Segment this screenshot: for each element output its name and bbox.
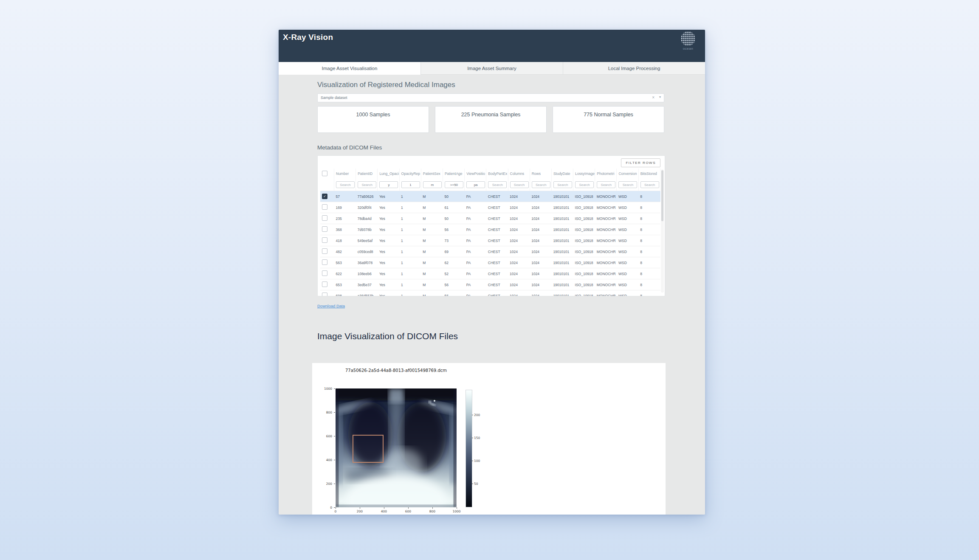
download-data-link[interactable]: Download Data	[317, 304, 345, 308]
row-checkbox[interactable]	[322, 226, 327, 232]
table-row[interactable]: 6533ed5e37Yes1M56PACHEST1024102419010101…	[320, 279, 660, 290]
colorbar-tick-label: 50	[474, 482, 478, 486]
table-row[interactable]: 622108eeb6Yes1M52PACHEST1024102419010101…	[320, 268, 660, 279]
table-cell: 1024	[530, 290, 551, 297]
table-cell: MONOCHR	[595, 268, 617, 279]
table-cell: PA	[465, 213, 486, 224]
clear-icon[interactable]: ×	[652, 95, 655, 100]
table-cell: CHEST	[486, 202, 508, 213]
table-cell: 78dba4d	[356, 213, 378, 224]
table-cell: 653	[334, 279, 356, 290]
column-header-lossyimage[interactable]: LossyImage	[573, 169, 595, 179]
table-cell: M	[421, 235, 443, 246]
column-header-photometri[interactable]: Photometri	[595, 169, 617, 179]
filter-input-patientsex[interactable]	[423, 181, 442, 188]
table-cell: CHEST	[486, 235, 508, 246]
filter-input-studydate[interactable]	[553, 181, 572, 188]
table-cell: 1	[399, 279, 421, 290]
column-header-number[interactable]: Number	[334, 169, 356, 179]
row-checkbox[interactable]	[322, 237, 327, 243]
row-checkbox[interactable]	[322, 281, 327, 287]
filter-input-opacityrep[interactable]	[401, 181, 420, 188]
filter-rows-button[interactable]: FILTER ROWS	[621, 158, 660, 167]
dataset-select[interactable]: Sample dataset × ▾	[317, 93, 664, 102]
filter-input-columns[interactable]	[510, 181, 529, 188]
y-tick-mark	[334, 460, 335, 460]
filter-input-lung-opaci[interactable]	[379, 181, 398, 188]
table-cell: 19010101	[551, 246, 573, 257]
filter-input-conversion[interactable]	[618, 181, 637, 188]
filter-input-patientage[interactable]	[445, 181, 463, 188]
row-checkbox[interactable]	[322, 259, 327, 265]
y-tick-mark	[334, 507, 335, 508]
table-cell: 1024	[508, 268, 530, 279]
table-row[interactable]: 23578dba4dYes1M50PACHEST1024102419010101…	[320, 213, 660, 224]
table-cell: MONOCHR	[595, 279, 617, 290]
table-cell: 19010101	[551, 235, 573, 246]
table-cell: PA	[465, 268, 486, 279]
row-checkbox[interactable]: ✓	[322, 194, 327, 199]
filter-input-bodypartex[interactable]	[488, 181, 507, 188]
row-checkbox[interactable]	[322, 204, 327, 210]
row-checkbox[interactable]	[322, 215, 327, 221]
column-header-lung-opaci[interactable]: Lung_Opaci	[378, 169, 399, 179]
tab-image-asset-summary[interactable]: Image Asset Summary	[420, 62, 563, 75]
row-checkbox[interactable]	[322, 270, 327, 276]
filter-input-viewpositio[interactable]	[466, 181, 485, 188]
row-checkbox[interactable]	[322, 293, 327, 296]
table-cell: M	[421, 202, 443, 213]
table-row[interactable]: 482c059ced8Yes1M69PACHEST102410241901010…	[320, 246, 660, 257]
table-cell: 19010101	[551, 202, 573, 213]
column-header-conversion[interactable]: Conversion	[617, 169, 638, 179]
table-vertical-scrollbar[interactable]	[661, 169, 664, 293]
table-cell: PA	[465, 191, 486, 202]
table-cell: M	[421, 279, 443, 290]
filter-input-bitsstored[interactable]	[640, 181, 659, 188]
select-all-checkbox[interactable]	[322, 171, 327, 176]
tab-image-asset-visualisation[interactable]: Image Asset Visualisation	[279, 62, 420, 75]
column-header-opacityrep[interactable]: OpacityRep	[399, 169, 421, 179]
filter-input-rows[interactable]	[532, 181, 550, 188]
column-header-columns[interactable]: Columns	[508, 169, 530, 179]
table-row[interactable]: ✓5777a50626Yes1M50PACHEST102410241901010…	[320, 191, 660, 202]
xray-image[interactable]	[336, 388, 457, 507]
table-cell: 1	[399, 290, 421, 297]
scrollbar-thumb[interactable]	[661, 170, 663, 221]
ocean-logo-icon	[681, 31, 695, 46]
table-cell: Yes	[378, 246, 399, 257]
column-header-studydate[interactable]: StudyDate	[551, 169, 573, 179]
table-cell: 1	[399, 235, 421, 246]
table-cell: 1024	[508, 246, 530, 257]
chevron-down-icon[interactable]: ▾	[659, 95, 661, 99]
x-tick-label: 200	[355, 509, 365, 513]
tab-local-image-processing[interactable]: Local Image Processing	[563, 62, 705, 75]
filter-input-photometri[interactable]	[597, 181, 615, 188]
filter-input-patientid[interactable]	[358, 181, 376, 188]
column-header-bodypartex[interactable]: BodyPartEx	[486, 169, 508, 179]
table-row[interactable]: 3687d9378bYes1M56PACHEST1024102419010101…	[320, 224, 660, 235]
column-header-patientage[interactable]: PatientAge	[443, 169, 464, 179]
table-cell: CHEST	[486, 246, 508, 257]
table-cell: PA	[465, 202, 486, 213]
row-checkbox[interactable]	[322, 248, 327, 254]
table-row[interactable]: 169320df0f4Yes1M61PACHEST102410241901010…	[320, 202, 660, 213]
table-row[interactable]: 698a36d553bYes1M56PACHEST102410241901010…	[320, 290, 660, 297]
table-row[interactable]: 418549ee5afYes1M73PACHEST102410241901010…	[320, 235, 660, 246]
column-header-bitsstored[interactable]: BitsStored	[638, 169, 660, 179]
table-cell: 36a9f078	[356, 257, 378, 268]
table-cell: 482	[334, 246, 356, 257]
column-header-patientsex[interactable]: PatientSex	[421, 169, 443, 179]
filter-input-number[interactable]	[336, 181, 355, 188]
tab-label: Image Asset Summary	[467, 66, 516, 71]
table-cell: WSD	[617, 213, 638, 224]
column-header-viewpositio[interactable]: ViewPositio	[465, 169, 486, 179]
table-cell: 8	[638, 191, 660, 202]
table-cell: 1	[399, 202, 421, 213]
table-row[interactable]: 56336a9f078Yes1M62PACHEST102410241901010…	[320, 257, 660, 268]
column-header-patientid[interactable]: PatientID	[356, 169, 378, 179]
table-cell: CHEST	[486, 213, 508, 224]
colorbar-tick-label: 150	[474, 436, 480, 440]
table-cell: WSD	[617, 246, 638, 257]
column-header-rows[interactable]: Rows	[530, 169, 551, 179]
filter-input-lossyimage[interactable]	[575, 181, 594, 188]
